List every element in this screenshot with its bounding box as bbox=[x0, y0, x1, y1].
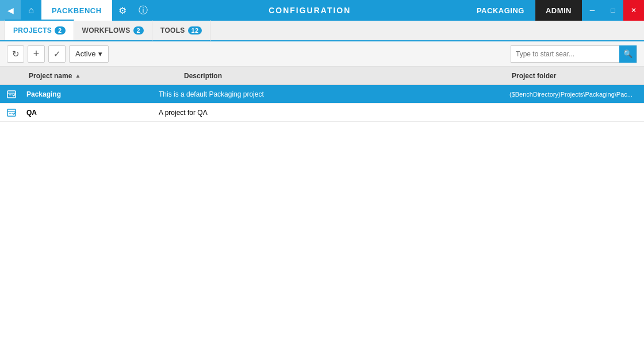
dropdown-icon: ▾ bbox=[98, 49, 102, 58]
table-header: Project name ▲ Description Project folde… bbox=[0, 67, 644, 85]
refresh-button[interactable]: ↻ bbox=[7, 45, 24, 63]
info-icon[interactable]: ⓘ bbox=[133, 0, 154, 21]
maximize-button[interactable]: □ bbox=[603, 0, 623, 21]
packbench-tab[interactable]: PACKBENCH bbox=[41, 0, 112, 21]
project-name: QA bbox=[23, 103, 155, 121]
tab-workflows[interactable]: WORKFLOWS 2 bbox=[74, 20, 152, 41]
filter-dropdown[interactable]: Active ▾ bbox=[69, 45, 109, 63]
home-button[interactable]: ⌂ bbox=[21, 0, 41, 21]
project-description: A project for QA bbox=[155, 103, 506, 121]
refresh-icon: ↻ bbox=[12, 49, 20, 59]
close-button[interactable]: ✕ bbox=[623, 0, 644, 21]
toolbar: ↻ + ✓ Active ▾ 🔍 bbox=[0, 41, 644, 67]
minimize-button[interactable]: ─ bbox=[582, 0, 603, 21]
search-box: 🔍 bbox=[511, 45, 637, 63]
check-button[interactable]: ✓ bbox=[48, 45, 66, 63]
col-header-name: Project name ▲ bbox=[23, 67, 178, 85]
svg-rect-0 bbox=[7, 91, 16, 98]
project-description: This is a default Packaging project bbox=[155, 85, 506, 103]
table-body: Packaging This is a default Packaging pr… bbox=[0, 85, 644, 345]
tab-bar: PROJECTS 2 WORKFLOWS 2 TOOLS 12 bbox=[0, 21, 644, 41]
main-content: Project name ▲ Description Project folde… bbox=[0, 67, 644, 345]
filter-label: Active bbox=[75, 49, 95, 58]
window-controls: ─ □ ✕ bbox=[582, 0, 644, 21]
nav-buttons: ◀ ⌂ PACKBENCH ⚙ ⓘ bbox=[0, 0, 154, 21]
col-header-folder: Project folder bbox=[506, 67, 644, 85]
workflows-badge: 2 bbox=[133, 26, 144, 34]
add-icon: + bbox=[33, 48, 40, 60]
project-name: Packaging bbox=[23, 85, 155, 103]
titlebar: ◀ ⌂ PACKBENCH ⚙ ⓘ CONFIGURATION PACKAGIN… bbox=[0, 0, 644, 21]
admin-button[interactable]: ADMIN bbox=[535, 0, 582, 21]
titlebar-icons: ⚙ ⓘ bbox=[112, 0, 154, 21]
table-row[interactable]: Packaging This is a default Packaging pr… bbox=[0, 85, 644, 103]
tab-tools[interactable]: TOOLS 12 bbox=[152, 20, 210, 41]
back-button[interactable]: ◀ bbox=[0, 0, 21, 21]
project-folder: ($BenchDirectory)Projects\Packaging\Pac.… bbox=[506, 85, 644, 103]
check-icon: ✓ bbox=[53, 49, 61, 59]
col-header-desc: Description bbox=[178, 67, 506, 85]
tab-projects[interactable]: PROJECTS 2 bbox=[5, 20, 74, 40]
row-icon bbox=[0, 103, 23, 122]
search-icon: 🔍 bbox=[623, 49, 632, 58]
row-icon bbox=[0, 85, 23, 103]
project-folder bbox=[506, 103, 644, 121]
search-input[interactable] bbox=[511, 50, 619, 58]
projects-badge: 2 bbox=[55, 26, 65, 34]
table-row[interactable]: QA A project for QA bbox=[0, 103, 644, 122]
tools-badge: 12 bbox=[188, 26, 202, 34]
sort-arrow-icon: ▲ bbox=[75, 72, 80, 79]
titlebar-right: PACKAGING ADMIN ─ □ ✕ bbox=[466, 0, 644, 21]
app-title: CONFIGURATION bbox=[154, 6, 466, 15]
svg-rect-3 bbox=[7, 109, 16, 116]
add-button[interactable]: + bbox=[28, 45, 45, 63]
gear-icon[interactable]: ⚙ bbox=[112, 0, 133, 21]
search-button[interactable]: 🔍 bbox=[619, 45, 637, 63]
packaging-button[interactable]: PACKAGING bbox=[466, 0, 535, 21]
